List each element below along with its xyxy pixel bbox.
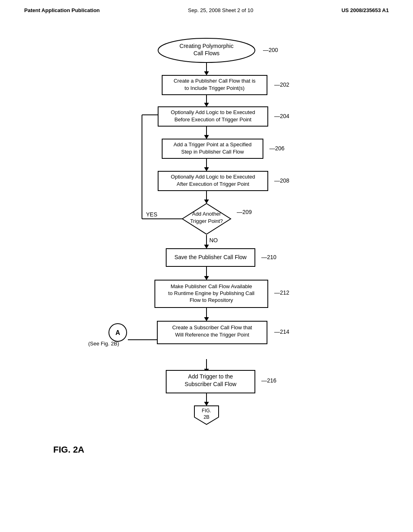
header-center: Sep. 25, 2008 Sheet 2 of 10 (188, 7, 253, 13)
no-label: NO (209, 237, 218, 243)
svg-text:—212: —212 (274, 289, 290, 296)
svg-text:Make Publisher Call Flow Avail: Make Publisher Call Flow Available (171, 283, 252, 289)
svg-text:After Execution of Trigger Poi: After Execution of Trigger Point (177, 181, 249, 187)
svg-text:—210: —210 (261, 254, 277, 260)
svg-text:Add Trigger to the: Add Trigger to the (188, 373, 233, 380)
yes-label: YES (146, 211, 157, 218)
svg-marker-1 (204, 71, 209, 75)
fig-label: FIG. 2A (53, 445, 84, 455)
svg-text:—209: —209 (237, 209, 252, 215)
svg-marker-9 (204, 200, 209, 204)
svg-text:—208: —208 (274, 177, 290, 184)
svg-text:—214: —214 (274, 328, 290, 335)
svg-text:to Include Trigger Point(s): to Include Trigger Point(s) (185, 85, 245, 91)
svg-text:Create a Publisher Call Flow t: Create a Publisher Call Flow that is (173, 78, 256, 84)
flowchart-svg: YES NO Creating Polymorphic Call Flows —… (25, 25, 388, 509)
svg-text:Will Reference the Trigger Poi: Will Reference the Trigger Point (175, 332, 249, 338)
header-left: Patent Application Publication (24, 7, 100, 13)
svg-text:Save the Publisher Call Flow: Save the Publisher Call Flow (175, 254, 247, 260)
svg-text:Trigger Point?: Trigger Point? (190, 218, 223, 224)
svg-text:—200: —200 (263, 47, 278, 53)
svg-text:Optionally Add Logic to be Exe: Optionally Add Logic to be Executed (171, 109, 255, 115)
svg-text:Optionally Add Logic to be Exe: Optionally Add Logic to be Executed (171, 174, 255, 180)
svg-text:Call Flows: Call Flows (194, 50, 220, 56)
svg-text:to Runtime Engine by Publishin: to Runtime Engine by Publishing Call (168, 290, 254, 296)
svg-text:Add a Trigger Point at a Speci: Add a Trigger Point at a Specified (173, 141, 252, 148)
svg-marker-7 (204, 167, 209, 171)
svg-marker-17 (204, 276, 209, 280)
svg-text:Add Another: Add Another (192, 211, 221, 217)
svg-marker-19 (204, 317, 209, 321)
svg-marker-5 (204, 135, 209, 139)
svg-text:A: A (115, 329, 120, 336)
svg-text:—204: —204 (274, 113, 290, 119)
svg-text:—202: —202 (274, 81, 290, 88)
svg-marker-25 (204, 402, 209, 406)
svg-marker-3 (204, 103, 209, 107)
svg-text:—216: —216 (261, 377, 277, 384)
svg-text:2B: 2B (204, 414, 210, 420)
svg-text:—206: —206 (269, 145, 285, 152)
svg-text:Create a Subscriber Call Flow : Create a Subscriber Call Flow that (172, 324, 252, 330)
svg-text:Step in Publisher Call Flow: Step in Publisher Call Flow (181, 149, 244, 155)
header-right: US 2008/235653 A1 (342, 7, 389, 13)
svg-text:Before Execution of Trigger Po: Before Execution of Trigger Point (175, 116, 252, 123)
svg-text:Subscriber Call Flow: Subscriber Call Flow (185, 381, 237, 387)
svg-text:Creating Polymorphic: Creating Polymorphic (179, 43, 234, 49)
svg-text:Flow to Repository: Flow to Repository (190, 297, 233, 303)
page-header: Patent Application Publication Sep. 25, … (0, 0, 413, 13)
svg-text:(See Fig. 2B): (See Fig. 2B) (88, 341, 119, 347)
svg-text:FIG.: FIG. (202, 408, 211, 414)
svg-marker-15 (204, 245, 209, 249)
diagram-container: YES NO Creating Polymorphic Call Flows —… (0, 13, 413, 509)
